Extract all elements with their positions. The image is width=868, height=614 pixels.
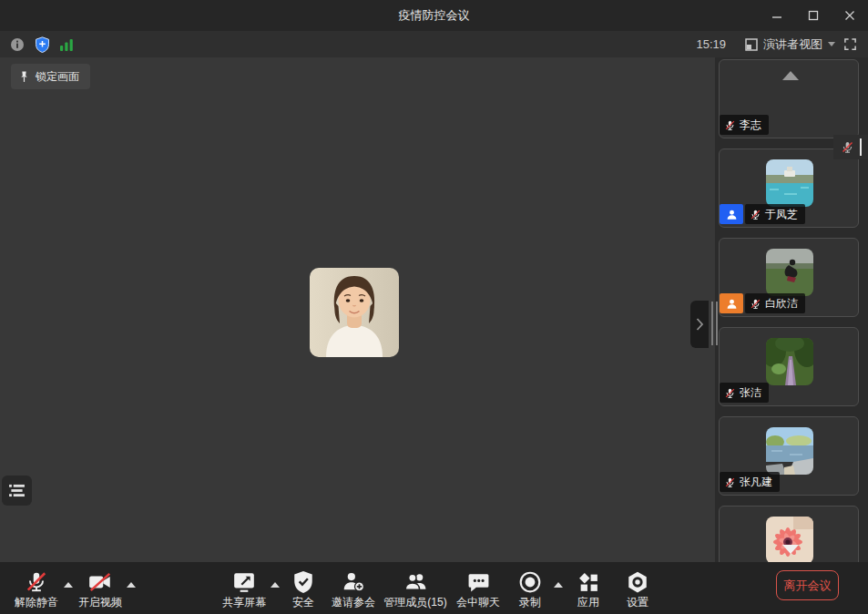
person-badge-icon — [726, 209, 738, 220]
participant-tile[interactable]: 张洁 — [719, 327, 859, 406]
panel-resize-grip[interactable] — [711, 302, 713, 345]
person-badge-icon — [726, 298, 738, 310]
start-video-button[interactable]: 开启视频 — [71, 569, 129, 609]
participant-avatar — [766, 249, 813, 296]
scroll-down-icon[interactable] — [782, 545, 799, 554]
maximize-icon — [808, 10, 819, 21]
meeting-info-bar: 15:19 演讲者视图 — [0, 31, 868, 57]
record-button[interactable]: 录制 — [501, 569, 559, 609]
participant-avatar — [766, 159, 813, 207]
scroll-up-icon[interactable] — [782, 71, 799, 80]
chevron-right-icon — [694, 316, 705, 333]
close-button[interactable] — [832, 0, 868, 31]
panel-collapse-handle[interactable] — [690, 301, 709, 348]
host-badge — [720, 204, 743, 224]
fullscreen-icon — [843, 37, 857, 51]
encryption-button[interactable] — [33, 31, 51, 57]
share-screen-icon — [212, 569, 276, 594]
participant-tile[interactable]: 于凤芝 — [719, 148, 859, 228]
leave-meeting-button[interactable]: 离开会议 — [776, 570, 839, 600]
settings-gear-icon — [608, 569, 667, 594]
title-bar: 疫情防控会议 — [0, 0, 868, 31]
minimize-icon — [771, 10, 782, 21]
share-screen-button[interactable]: 共享屏幕 — [212, 569, 276, 609]
participant-name-label: 白欣洁 — [745, 293, 805, 313]
mic-muted-icon — [750, 298, 761, 310]
chat-bubble-icon — [449, 569, 507, 594]
mic-muted-icon — [724, 476, 736, 488]
mic-muted-icon — [724, 387, 736, 399]
control-toolbar: 解除静音 开启视频 共享屏幕 — [0, 562, 868, 614]
minimize-button[interactable] — [759, 0, 795, 31]
video-options-caret[interactable] — [127, 582, 136, 588]
people-icon — [374, 569, 456, 594]
participant-tile[interactable]: 张凡建 — [719, 416, 859, 496]
manage-members-button[interactable]: 管理成员(15) — [374, 569, 456, 609]
main-stage: 锁定画面 — [0, 57, 715, 562]
meeting-agenda-button[interactable] — [2, 476, 32, 506]
active-speaker-avatar[interactable] — [310, 268, 399, 357]
panel-resize-grip[interactable] — [716, 302, 718, 345]
mic-muted-icon — [724, 119, 736, 131]
lock-view-button[interactable]: 锁定画面 — [11, 64, 90, 89]
lock-view-label: 锁定画面 — [36, 69, 79, 85]
layout-view-icon — [745, 38, 758, 51]
settings-button[interactable]: 设置 — [608, 569, 667, 609]
mic-muted-icon — [750, 209, 761, 220]
info-icon — [10, 37, 25, 52]
unmute-button[interactable]: 解除静音 — [7, 569, 66, 609]
chat-button[interactable]: 会中聊天 — [449, 569, 507, 609]
mic-muted-icon — [7, 569, 66, 594]
shield-plus-icon — [35, 36, 50, 53]
participant-name-label: 李志 — [720, 115, 769, 135]
mic-muted-icon — [841, 140, 854, 154]
signal-bars-icon — [60, 38, 74, 51]
cohost-badge — [720, 293, 743, 313]
speaker-portrait-image — [310, 268, 399, 357]
record-icon — [501, 569, 559, 594]
maximize-button[interactable] — [795, 0, 832, 31]
participant-name-label: 张洁 — [720, 383, 769, 403]
window-controls — [759, 0, 868, 31]
list-icon — [9, 484, 25, 497]
close-icon — [844, 10, 855, 21]
participant-name-label: 张凡建 — [720, 472, 780, 492]
participant-tile[interactable]: 白欣洁 — [719, 238, 859, 317]
participant-avatar — [766, 517, 813, 562]
participant-avatar — [766, 427, 813, 475]
participant-avatar — [766, 338, 813, 385]
camera-muted-icon — [71, 569, 129, 594]
floating-mic-indicator — [833, 135, 868, 159]
view-mode-label: 演讲者视图 — [763, 36, 822, 53]
network-quality-button[interactable] — [58, 31, 75, 57]
chevron-down-icon — [828, 42, 835, 46]
view-mode-switcher[interactable]: 演讲者视图 — [745, 31, 835, 57]
fullscreen-button[interactable] — [837, 31, 863, 57]
participants-panel: 李志 — [715, 57, 868, 562]
window-title: 疫情防控会议 — [0, 0, 868, 31]
meeting-info-button[interactable] — [9, 31, 26, 57]
pin-icon — [18, 70, 30, 84]
participant-name-label: 于凤芝 — [745, 204, 805, 224]
clock: 15:19 — [696, 31, 726, 57]
volume-level-bar — [860, 138, 862, 156]
